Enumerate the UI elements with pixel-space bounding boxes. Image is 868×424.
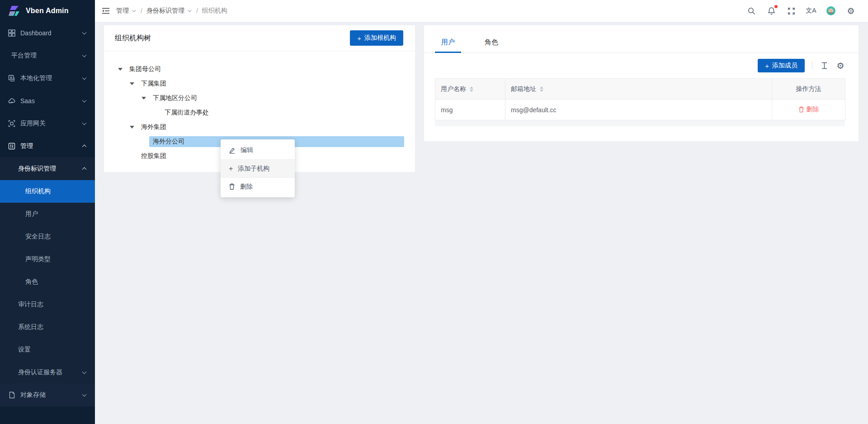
sidebar-item-settings[interactable]: 设置 bbox=[0, 338, 95, 361]
chevron-down-icon bbox=[132, 8, 136, 12]
tree-node-regional-branch[interactable]: 下属地区分公司 bbox=[115, 92, 404, 105]
members-panel: 用户 角色 + 添加成员 ⚙ 用户名称 bbox=[424, 25, 859, 141]
sidebar-item-security-logs[interactable]: 安全日志 bbox=[0, 225, 95, 248]
sidebar-item-dashboard[interactable]: Dashboard bbox=[0, 22, 95, 44]
tree-caret-icon[interactable] bbox=[138, 97, 149, 100]
add-root-org-button[interactable]: + 添加根机构 bbox=[350, 30, 403, 46]
breadcrumb-item[interactable]: 管理 bbox=[116, 7, 137, 15]
sidebar-item-label: 安全日志 bbox=[25, 233, 51, 241]
sidebar-item-roles[interactable]: 角色 bbox=[0, 271, 95, 293]
sidebar-item-system-logs[interactable]: 系统日志 bbox=[0, 316, 95, 338]
tree-node-overseas-group[interactable]: 海外集团 bbox=[115, 121, 404, 133]
storage-icon bbox=[8, 391, 16, 399]
breadcrumb-label: 身份标识管理 bbox=[146, 7, 184, 15]
chevron-down-icon bbox=[82, 121, 87, 125]
tree-node-label: 下属集团 bbox=[137, 78, 170, 89]
sidebar-item-identity-server[interactable]: 身份认证服务器 bbox=[0, 361, 95, 384]
localization-icon bbox=[8, 74, 16, 82]
chevron-down-icon bbox=[82, 392, 87, 397]
tab-roles[interactable]: 角色 bbox=[478, 38, 505, 52]
context-menu-label: 添加子机构 bbox=[238, 165, 269, 173]
column-header-email[interactable]: 邮箱地址 bbox=[505, 79, 772, 100]
column-header-actions: 操作方法 bbox=[772, 79, 845, 100]
sidebar-item-label: Saas bbox=[20, 97, 35, 105]
chevron-down-icon bbox=[82, 98, 87, 103]
table-header-row: 用户名称 邮箱地址 操作方法 bbox=[435, 79, 845, 100]
breadcrumb-separator: / bbox=[196, 7, 198, 14]
cell-email: msg@default.cc bbox=[505, 100, 772, 120]
translate-icon[interactable]: 文A bbox=[807, 6, 816, 15]
column-header-username[interactable]: 用户名称 bbox=[435, 79, 505, 100]
tree-caret-icon[interactable] bbox=[115, 68, 126, 71]
sidebar-item-label: 系统日志 bbox=[18, 323, 43, 331]
chevron-down-icon bbox=[82, 30, 87, 35]
sidebar-item-identity-management[interactable]: 身份标识管理 bbox=[0, 157, 95, 180]
breadcrumb-item[interactable]: 身份标识管理 bbox=[146, 7, 192, 15]
column-label: 操作方法 bbox=[796, 85, 821, 92]
context-menu-add-child-org[interactable]: + 添加子机构 bbox=[221, 159, 295, 177]
sidebar-item-label: 本地化管理 bbox=[20, 74, 52, 82]
tree-node-group-parent[interactable]: 集团母公司 bbox=[115, 63, 404, 76]
settings-gear-icon[interactable]: ⚙ bbox=[846, 6, 855, 15]
sidebar-item-object-storage[interactable]: 对象存储 bbox=[0, 384, 95, 406]
chevron-down-icon bbox=[82, 76, 87, 80]
tree-caret-icon[interactable] bbox=[127, 126, 137, 129]
tree-node-street-office[interactable]: 下属街道办事处 bbox=[115, 106, 404, 119]
table-settings-gear-icon[interactable]: ⚙ bbox=[836, 61, 845, 70]
sidebar-item-label: 身份认证服务器 bbox=[18, 368, 62, 376]
plus-icon: + bbox=[765, 62, 769, 70]
sidebar-item-label: Dashboard bbox=[20, 29, 52, 37]
logo[interactable]: Vben Admin bbox=[0, 0, 95, 22]
sidebar-menu: Dashboard 平台管理 本地化管理 bbox=[0, 22, 95, 406]
search-icon[interactable] bbox=[747, 6, 756, 15]
avatar[interactable] bbox=[826, 6, 835, 15]
sidebar-item-organizations[interactable]: 组织机构 bbox=[0, 180, 95, 203]
sidebar-item-saas[interactable]: Saas bbox=[0, 90, 95, 112]
context-menu-edit[interactable]: 编辑 bbox=[221, 141, 295, 159]
tree-node-label: 集团母公司 bbox=[126, 64, 165, 75]
app-title: Vben Admin bbox=[26, 7, 69, 15]
breadcrumb: 管理 / 身份标识管理 / 组织机构 bbox=[116, 7, 227, 15]
sidebar-item-label: 平台管理 bbox=[11, 52, 37, 60]
tree-caret-icon[interactable] bbox=[127, 82, 137, 85]
trash-icon bbox=[229, 183, 235, 190]
sort-icons[interactable] bbox=[470, 86, 473, 92]
toolbar-divider bbox=[812, 62, 812, 70]
tree-node-sub-group[interactable]: 下属集团 bbox=[115, 77, 404, 90]
sidebar-item-claim-types[interactable]: 声明类型 bbox=[0, 248, 95, 271]
chevron-down-icon bbox=[82, 53, 87, 57]
delete-member-button[interactable]: 删除 bbox=[798, 105, 819, 114]
members-table: 用户名称 邮箱地址 操作方法 msg msg@default.cc bbox=[435, 78, 845, 120]
sidebar-item-platform[interactable]: 平台管理 bbox=[0, 44, 95, 67]
sidebar-item-label: 设置 bbox=[18, 346, 31, 354]
column-label: 用户名称 bbox=[441, 85, 466, 93]
fullscreen-icon[interactable] bbox=[787, 6, 796, 15]
tree-node-label: 海外集团 bbox=[137, 122, 170, 133]
table-scrollbar-track[interactable] bbox=[435, 120, 845, 126]
sort-icons[interactable] bbox=[540, 86, 543, 92]
row-height-icon[interactable] bbox=[820, 61, 829, 70]
add-member-button[interactable]: + 添加成员 bbox=[758, 59, 805, 72]
tree-node-label: 下属地区分公司 bbox=[149, 93, 201, 104]
sidebar-item-manage[interactable]: 管理 bbox=[0, 135, 95, 157]
breadcrumb-label: 管理 bbox=[116, 7, 129, 15]
sidebar-item-label: 对象存储 bbox=[20, 391, 46, 399]
breadcrumb-separator: / bbox=[141, 7, 142, 14]
chevron-down-icon bbox=[82, 370, 87, 374]
sidebar-item-audit-logs[interactable]: 审计日志 bbox=[0, 293, 95, 316]
column-label: 邮箱地址 bbox=[511, 85, 536, 93]
logo-icon bbox=[8, 4, 21, 18]
sidebar-item-users[interactable]: 用户 bbox=[0, 203, 95, 225]
menu-fold-icon[interactable] bbox=[102, 7, 110, 14]
sidebar-item-localization[interactable]: 本地化管理 bbox=[0, 67, 95, 90]
tab-users[interactable]: 用户 bbox=[435, 38, 461, 52]
add-root-org-label: 添加根机构 bbox=[364, 34, 396, 42]
sidebar-item-gateway[interactable]: 应用网关 bbox=[0, 112, 95, 135]
bell-icon[interactable] bbox=[767, 6, 776, 15]
add-member-label: 添加成员 bbox=[772, 62, 797, 70]
context-menu-delete[interactable]: 删除 bbox=[221, 177, 295, 195]
tab-label: 用户 bbox=[441, 38, 455, 46]
manage-icon bbox=[8, 142, 16, 150]
members-toolbar: + 添加成员 ⚙ bbox=[424, 53, 859, 78]
delete-member-label: 删除 bbox=[807, 105, 819, 114]
